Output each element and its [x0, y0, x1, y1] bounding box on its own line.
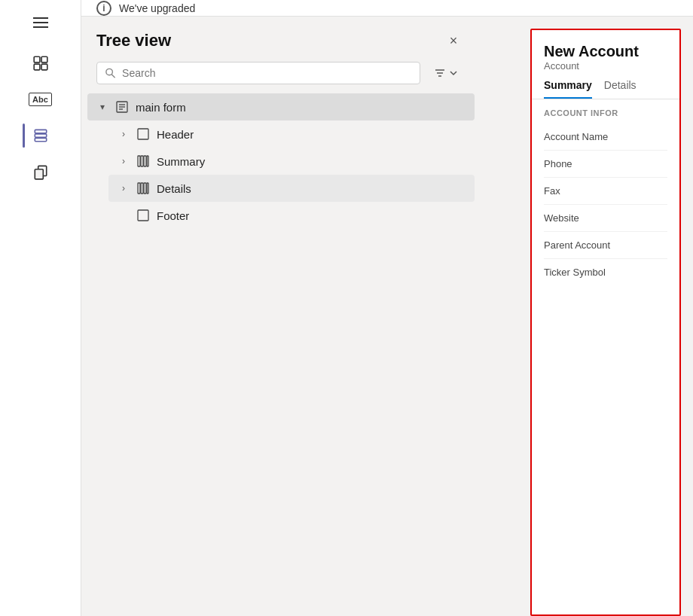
tree-item-main-form-label: main form [136, 101, 186, 114]
chevron-details [118, 182, 130, 194]
info-icon: i [96, 1, 111, 16]
chevron-summary [118, 155, 130, 167]
header-section-icon [136, 127, 151, 142]
form-preview-header: New Account Account Summary Details [532, 30, 679, 99]
field-phone: Phone [544, 151, 667, 178]
field-account-name: Account Name [544, 124, 667, 151]
tree-item-header[interactable]: Header [108, 120, 475, 148]
tree-item-main-form[interactable]: main form [87, 93, 475, 120]
tree-view-header: Tree view × [81, 17, 481, 62]
chevron-footer-placeholder [118, 209, 130, 221]
form-preview-title: New Account [544, 42, 667, 60]
chevron-down-icon [449, 69, 458, 78]
form-section: ACCOUNT INFOR Account Name Phone Fax Web… [532, 99, 679, 294]
search-bar [96, 62, 466, 84]
svg-rect-21 [144, 156, 146, 166]
form-tabs: Summary Details [544, 79, 667, 99]
svg-rect-6 [35, 138, 46, 141]
hamburger-button[interactable] [27, 9, 54, 36]
field-fax: Fax [544, 178, 667, 205]
field-parent-account: Parent Account [544, 232, 667, 259]
notification-text: We've upgraded [119, 2, 195, 14]
tree-item-footer[interactable]: Footer [108, 202, 475, 229]
svg-rect-26 [147, 183, 148, 194]
svg-rect-18 [138, 129, 148, 139]
field-website: Website [544, 205, 667, 232]
svg-rect-25 [144, 183, 146, 194]
search-icon [105, 67, 116, 79]
tab-details[interactable]: Details [604, 79, 637, 99]
tab-summary[interactable]: Summary [544, 79, 592, 99]
copy-icon[interactable] [26, 157, 56, 187]
tree-item-footer-label: Footer [157, 209, 189, 222]
form-preview: New Account Account Summary Details ACCO… [530, 29, 681, 616]
chevron-header [118, 128, 130, 140]
main-content: i We've upgraded Tree view × [81, 0, 693, 616]
form-section-title: ACCOUNT INFOR [544, 108, 667, 117]
footer-section-icon [136, 208, 151, 223]
svg-rect-24 [141, 183, 143, 194]
sidebar: Abc [0, 0, 81, 616]
form-preview-subtitle: Account [544, 60, 667, 72]
right-panel: New Account Account Summary Details ACCO… [481, 17, 693, 616]
svg-rect-20 [141, 156, 143, 166]
content-area: Tree view × [81, 17, 693, 616]
svg-rect-8 [35, 169, 43, 179]
svg-rect-27 [138, 210, 148, 221]
form-icon [114, 99, 130, 114]
tree-body: main form Header [81, 93, 481, 616]
tree-item-summary-label: Summary [157, 155, 205, 168]
tree-item-details[interactable]: Details [108, 175, 475, 202]
tree-close-button[interactable]: × [441, 29, 466, 53]
chevron-main-form [96, 101, 108, 113]
tree-item-details-label: Details [157, 182, 191, 195]
search-input-wrap [96, 62, 420, 84]
tree-item-summary[interactable]: Summary [108, 148, 475, 175]
grid-icon[interactable] [26, 48, 56, 78]
tree-view-panel: Tree view × [81, 17, 481, 616]
svg-rect-23 [138, 183, 140, 194]
svg-rect-0 [34, 56, 40, 63]
field-ticker-symbol: Ticker Symbol [544, 259, 667, 285]
abc-icon[interactable]: Abc [26, 84, 56, 114]
svg-rect-4 [35, 130, 46, 133]
tree-view-title: Tree view [96, 31, 171, 50]
svg-rect-22 [147, 156, 148, 166]
search-input[interactable] [122, 67, 412, 79]
svg-rect-5 [35, 134, 46, 137]
tree-children: Header Summary [87, 120, 475, 229]
summary-section-icon [136, 154, 151, 169]
tree-item-header-label: Header [157, 128, 194, 141]
filter-icon [434, 67, 446, 79]
svg-rect-1 [41, 56, 47, 63]
notification-bar: i We've upgraded [81, 0, 693, 17]
svg-rect-3 [41, 64, 47, 70]
svg-rect-19 [138, 156, 140, 166]
layers-icon[interactable] [26, 120, 56, 151]
svg-line-10 [111, 75, 114, 78]
filter-button[interactable] [426, 63, 466, 84]
details-section-icon [136, 181, 151, 196]
svg-rect-2 [34, 64, 40, 70]
